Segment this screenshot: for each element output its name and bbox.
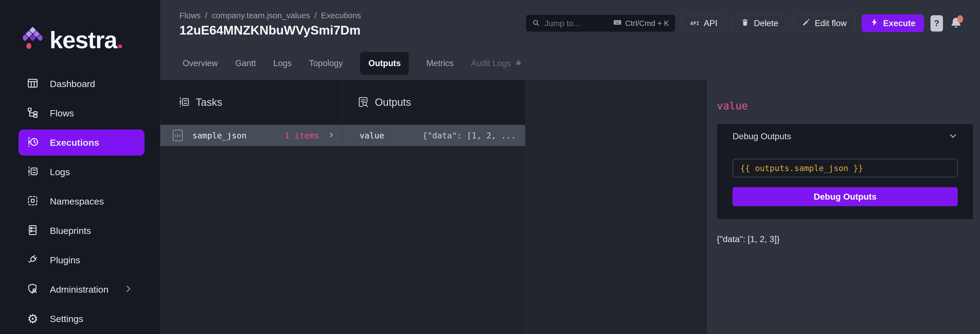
sidebar-item-dashboard[interactable]: Dashboard xyxy=(0,69,160,98)
breadcrumb-executions[interactable]: Executions xyxy=(321,11,361,20)
sidebar-item-blueprints[interactable]: Blueprints xyxy=(0,216,160,245)
tab-overview[interactable]: Overview xyxy=(183,59,218,68)
dashboard-icon xyxy=(26,77,39,90)
tab-logs[interactable]: Logs xyxy=(273,59,291,68)
sidebar-item-flows[interactable]: Flows xyxy=(0,98,160,128)
chevron-right-icon xyxy=(124,284,133,294)
tab-gantt[interactable]: Gantt xyxy=(235,59,256,68)
flows-icon xyxy=(26,106,39,120)
debug-outputs-title: Debug Outputs xyxy=(733,131,791,141)
outputs-column: Outputs value {"data": [1, 2, ... xyxy=(343,80,525,334)
notification-dot xyxy=(957,15,963,23)
lock-icon xyxy=(515,59,522,68)
page-header: Flows / company.team.json_values / Execu… xyxy=(160,0,980,47)
bell-icon xyxy=(950,25,963,30)
sidebar-item-plugins[interactable]: Plugins xyxy=(0,245,160,275)
tab-metrics[interactable]: Metrics xyxy=(426,59,453,68)
blueprints-icon xyxy=(26,224,39,237)
tab-outputs[interactable]: Outputs xyxy=(360,52,409,75)
task-row-sample-json[interactable]: (x) sample_json 1 items xyxy=(160,125,342,146)
shield-user-icon xyxy=(26,283,39,296)
breadcrumb-separator: / xyxy=(314,11,317,20)
sidebar-item-executions[interactable]: Executions xyxy=(19,130,145,155)
search-input[interactable] xyxy=(544,19,608,28)
tasks-list-icon xyxy=(178,96,190,109)
breadcrumb-flows[interactable]: Flows xyxy=(180,11,200,20)
tasks-panel-header: Tasks xyxy=(160,80,342,125)
question-icon: ? xyxy=(934,19,939,28)
chevron-down-icon xyxy=(948,131,958,141)
execution-id-title: 12uE64MNZKNbuWVySmi7Dm xyxy=(180,23,361,38)
output-key: value xyxy=(360,131,384,140)
help-button[interactable]: ? xyxy=(931,15,943,32)
namespaces-icon xyxy=(26,195,39,208)
api-icon: API xyxy=(690,21,700,26)
edit-flow-button[interactable]: Edit flow xyxy=(793,14,855,32)
task-items-count: 1 items xyxy=(285,131,319,140)
debug-result-text: {"data": [1, 2, 3]} xyxy=(717,234,974,244)
trash-icon xyxy=(741,18,749,29)
breadcrumb: Flows / company.team.json_values / Execu… xyxy=(180,11,361,20)
keyboard-icon xyxy=(613,18,622,29)
expression-input[interactable] xyxy=(733,159,958,177)
tasks-column: Tasks (x) sample_json 1 items xyxy=(160,80,343,334)
output-row-value[interactable]: value {"data": [1, 2, ... xyxy=(343,125,525,146)
debug-outputs-card: Debug Outputs Debug Outputs xyxy=(717,124,974,220)
execution-tabs: Overview Gantt Logs Topology Outputs Met… xyxy=(160,47,980,80)
output-preview: {"data": [1, 2, ... xyxy=(423,131,516,140)
plug-icon xyxy=(26,253,39,267)
kestra-logo[interactable]: kestra. xyxy=(0,0,160,54)
api-button[interactable]: API API xyxy=(682,14,726,32)
chevron-right-icon xyxy=(327,131,335,140)
next-level-column xyxy=(525,80,707,334)
sidebar-nav: Dashboard Flows Executions Logs Namespac xyxy=(0,69,160,334)
tasks-panel-title: Tasks xyxy=(196,97,222,108)
bolt-icon xyxy=(870,18,879,29)
kestra-logo-icon xyxy=(23,26,43,54)
breadcrumb-namespace[interactable]: company.team.json_values xyxy=(212,11,310,20)
execute-button[interactable]: Execute xyxy=(862,14,924,32)
code-chip-icon: (x) xyxy=(173,130,183,141)
logo-wordmark: kestra. xyxy=(49,26,123,54)
sidebar-item-logs[interactable]: Logs xyxy=(0,157,160,187)
delete-button[interactable]: Delete xyxy=(732,14,787,32)
tab-audit-logs[interactable]: Audit Logs xyxy=(471,59,522,68)
notifications-button[interactable] xyxy=(950,16,963,30)
gear-icon: ⚙ xyxy=(26,312,39,325)
breadcrumb-separator: / xyxy=(205,11,207,20)
logs-icon xyxy=(26,165,39,179)
sidebar-item-namespaces[interactable]: Namespaces xyxy=(0,187,160,216)
outputs-doc-search-icon xyxy=(357,96,369,109)
search-icon xyxy=(532,19,540,28)
outputs-panel-header: Outputs xyxy=(343,80,525,125)
selected-output-key: value xyxy=(717,100,974,112)
jump-to-search[interactable]: Ctrl/Cmd + K xyxy=(526,14,675,32)
shortcut-hint: Ctrl/Cmd + K xyxy=(613,18,669,29)
sidebar-item-settings[interactable]: ⚙ Settings xyxy=(0,304,160,334)
tab-topology[interactable]: Topology xyxy=(309,59,343,68)
debug-outputs-button[interactable]: Debug Outputs xyxy=(733,187,958,206)
outputs-panel-title: Outputs xyxy=(375,97,411,108)
pencil-icon xyxy=(802,18,810,29)
output-detail-panel: value Debug Outputs Debug Outputs {"data… xyxy=(707,80,980,334)
sidebar-item-administration[interactable]: Administration xyxy=(0,275,160,304)
debug-outputs-collapse-toggle[interactable]: Debug Outputs xyxy=(733,131,958,141)
executions-clock-icon xyxy=(26,136,39,149)
task-name: sample_json xyxy=(192,131,247,140)
sidebar: kestra. Dashboard Flows Executions Log xyxy=(0,0,160,334)
